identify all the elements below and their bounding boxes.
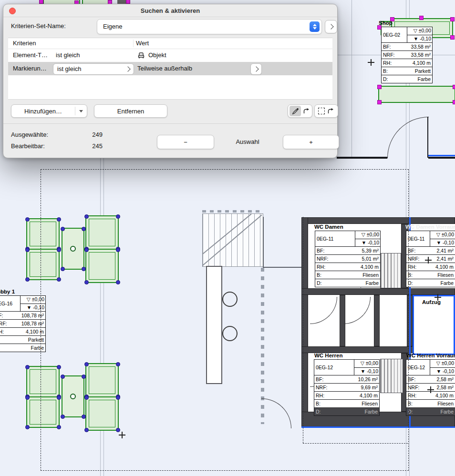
door-swing-arc[interactable] bbox=[387, 117, 429, 158]
exterior-wall[interactable] bbox=[428, 157, 455, 159]
chevron-right-icon bbox=[253, 66, 259, 71]
selected-count-value: 249 bbox=[70, 130, 103, 140]
zone-stamp-shop[interactable]: Shop 0EG-02▽ ±0,00▼ -0,10BF:33,58 m²NRF:… bbox=[378, 20, 433, 83]
criteria-row-element-type[interactable]: Element-T… ist gleich Objekt bbox=[8, 49, 332, 62]
edit-handle[interactable] bbox=[377, 100, 382, 104]
room-stamp-table: 0EG-02▽ ±0,00▼ -0,10BF:33,58 m²NRF:33,58… bbox=[381, 27, 433, 83]
room-elevations: ▽ ±0,00▼ -0,10 bbox=[430, 231, 455, 246]
marquee-selection[interactable] bbox=[41, 169, 409, 471]
crosshair-marker bbox=[425, 257, 432, 263]
remove-criterion-button[interactable]: Entfernen bbox=[94, 104, 167, 118]
stamp-row: D:Farbe bbox=[406, 279, 455, 287]
selection-handle[interactable] bbox=[25, 248, 30, 252]
stamp-row: RH:4,100 m bbox=[0, 327, 45, 335]
add-button-label: Hinzufügen… bbox=[11, 108, 75, 115]
deselect-button[interactable]: − bbox=[157, 135, 214, 149]
close-button[interactable] bbox=[9, 8, 16, 14]
stamp-row: BF:33,58 m² bbox=[382, 42, 432, 51]
stamp-row: B:Parkett bbox=[0, 335, 45, 344]
column-header-kriterien: Kriterien bbox=[13, 38, 36, 49]
selection-handle[interactable] bbox=[25, 365, 30, 369]
popup-stepper-icon[interactable] bbox=[310, 21, 320, 32]
stamp-row: BF:2,58 m² bbox=[406, 375, 455, 383]
stamp-row: B:Parkett bbox=[382, 67, 432, 75]
edit-handle[interactable] bbox=[453, 100, 455, 104]
stamp-row: NRF:108,78 m² bbox=[0, 319, 45, 327]
zone-stamp-wc-herren-vorraum[interactable]: WC Herren Vorraum 0EG-12▽ ±0,00▼ -0,10BF… bbox=[406, 353, 455, 416]
floor-plan-canvas[interactable]: Shop 0EG-02▽ ±0,00▼ -0,10BF:33,58 m²NRF:… bbox=[0, 0, 455, 476]
relation-dropdown[interactable]: ist gleich bbox=[53, 63, 134, 75]
pick-up-settings-button[interactable] bbox=[288, 104, 312, 118]
edit-handle[interactable] bbox=[450, 35, 455, 40]
find-select-dialog[interactable]: Suchen & aktivieren Kriterien-Set-Name: … bbox=[3, 4, 338, 158]
separator bbox=[3, 123, 337, 124]
door-leaf[interactable] bbox=[427, 117, 428, 158]
stamp-header-row: 0EG-02▽ ±0,00▼ -0,10 bbox=[382, 27, 432, 42]
selection-handle[interactable] bbox=[25, 425, 30, 429]
room-name: WC Herren Vorraum bbox=[406, 353, 455, 358]
room-elevations: ▽ ±0,00▼ -0,10 bbox=[407, 27, 432, 42]
room-name: Shop bbox=[379, 20, 433, 26]
stamp-header-row: 0EG-16▽ ±0,00▼ -0,10 bbox=[0, 296, 45, 311]
column-header-wert: Wert bbox=[136, 38, 149, 49]
value-detail-button[interactable] bbox=[250, 63, 262, 75]
edit-handle[interactable] bbox=[450, 17, 455, 21]
dialog-titlebar[interactable]: Suchen & aktivieren bbox=[3, 4, 337, 17]
stamp-row: D:Farbe bbox=[406, 407, 455, 415]
plus-label: + bbox=[309, 139, 313, 146]
chevron-down-icon bbox=[75, 110, 87, 112]
shop-counter[interactable] bbox=[378, 86, 455, 103]
criteria-set-dropdown[interactable]: Eigene bbox=[97, 19, 322, 34]
selected-count-label: Ausgewählte: bbox=[11, 130, 48, 140]
criteria-table[interactable]: Kriterien Wert Element-T… ist gleich Obj… bbox=[8, 38, 332, 100]
armchair-object-icon bbox=[137, 51, 145, 59]
edit-handle[interactable] bbox=[419, 16, 424, 20]
room-name: Lobby 1 bbox=[0, 289, 46, 294]
room-id: 0EG-11 bbox=[406, 231, 430, 246]
room-id: 0EG-16 bbox=[0, 296, 20, 311]
selection-handle[interactable] bbox=[25, 277, 30, 282]
selection-handle[interactable] bbox=[25, 217, 30, 222]
stamp-row: BF:2,41 m² bbox=[406, 246, 455, 254]
stamp-row: RH:4,100 m bbox=[382, 59, 432, 67]
stamp-row: D:Farbe bbox=[0, 344, 45, 352]
edit-handle[interactable] bbox=[453, 85, 455, 89]
criteria-row-marker-selected[interactable]: Markierun… ist gleich Teilweise außerhal… bbox=[8, 62, 332, 75]
criterion-name: Markierun… bbox=[13, 62, 47, 75]
chevron-right-icon bbox=[328, 24, 333, 29]
editable-count-value: 245 bbox=[70, 142, 103, 151]
criterion-name: Element-T… bbox=[13, 49, 48, 62]
bent-arrow-icon bbox=[326, 108, 335, 114]
zone-stamp-wc-damen-vorraum[interactable]: WC Damen Vorraum 0EG-11▽ ±0,00▼ -0,10BF:… bbox=[405, 224, 455, 287]
dashed-boundary bbox=[303, 217, 303, 443]
criteria-set-value: Eigene bbox=[103, 20, 122, 34]
criteria-set-label: Kriterien-Set-Name: bbox=[11, 19, 66, 33]
room-name: WC Damen Vorraum bbox=[405, 224, 455, 230]
room-stamp-table: 0EG-16▽ ±0,00▼ -0,10BF:108,78 m²NRF:108,… bbox=[0, 295, 46, 352]
furniture-cropped[interactable] bbox=[117, 0, 127, 4]
edit-handle[interactable] bbox=[377, 85, 382, 89]
criteria-set-detail-button[interactable] bbox=[325, 20, 337, 33]
minus-label: − bbox=[184, 139, 187, 146]
stamp-row: B:Fliesen bbox=[406, 271, 455, 279]
remove-button-label: Entfernen bbox=[117, 108, 144, 115]
selection-handle[interactable] bbox=[25, 395, 30, 400]
edit-handle[interactable] bbox=[126, 0, 130, 4]
stamp-header-row: 0EG-11▽ ±0,00▼ -0,10 bbox=[406, 231, 455, 246]
stamp-row: NRF:33,58 m² bbox=[382, 51, 432, 59]
exterior-wall[interactable] bbox=[337, 157, 387, 159]
crosshair-marker bbox=[427, 386, 434, 393]
dashed-boundary bbox=[303, 443, 408, 444]
chevron-right-icon bbox=[125, 66, 130, 71]
edit-handle[interactable] bbox=[39, 0, 43, 4]
auswahl-label: Auswahl bbox=[223, 135, 272, 149]
select-button[interactable]: + bbox=[283, 135, 339, 149]
zone-stamp-lobby[interactable]: Lobby 1 0EG-16▽ ±0,00▼ -0,10BF:108,78 m²… bbox=[0, 289, 46, 352]
room-id: 0EG-12 bbox=[406, 360, 430, 375]
add-criterion-button[interactable]: Hinzufügen… bbox=[11, 104, 87, 118]
room-elevations: ▽ ±0,00▼ -0,10 bbox=[430, 360, 455, 375]
crosshair-marker bbox=[119, 432, 125, 438]
marquee-settings-button[interactable] bbox=[314, 104, 338, 118]
selected-wall-highlight bbox=[428, 155, 455, 156]
editable-count-label: Bearbeitbar: bbox=[11, 142, 45, 151]
